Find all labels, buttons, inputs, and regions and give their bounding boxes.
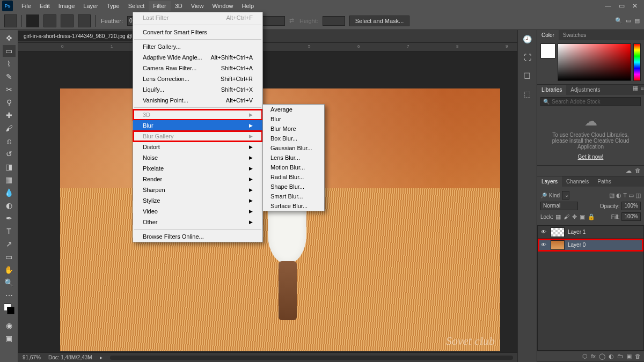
fg-color-swatch[interactable] xyxy=(540,43,555,58)
dodge-tool[interactable]: ◐ xyxy=(3,200,16,211)
menu-edit[interactable]: Edit xyxy=(35,1,54,11)
group-icon[interactable]: 🗀 xyxy=(617,353,623,360)
document-tab[interactable]: girl-in-a-short-dress-1744349_960_720.jp… xyxy=(18,31,138,41)
filter-menu-liquify-[interactable]: Liquify...Shift+Ctrl+X xyxy=(133,84,262,95)
get-it-now-link[interactable]: Get it now! xyxy=(578,154,604,160)
menu-image[interactable]: Image xyxy=(54,1,79,11)
crop-tool[interactable]: ✂ xyxy=(3,84,16,95)
filter-menu-distort[interactable]: Distort▶ xyxy=(133,142,262,152)
menu-view[interactable]: View xyxy=(187,1,208,11)
menu-type[interactable]: Type xyxy=(103,1,124,11)
menu-layer[interactable]: Layer xyxy=(79,1,103,11)
filter-adjust-icon[interactable]: ◐ xyxy=(616,192,621,199)
filter-menu-convert-for-smart-filters[interactable]: Convert for Smart Filters xyxy=(133,27,262,38)
filter-menu-noise[interactable]: Noise▶ xyxy=(133,152,262,163)
filter-menu-video[interactable]: Video▶ xyxy=(133,206,262,217)
marquee-add-icon[interactable] xyxy=(43,14,56,27)
share-icon[interactable]: ▭ xyxy=(626,17,631,24)
lock-all-icon[interactable]: 🔒 xyxy=(588,213,595,220)
stock-search[interactable]: 🔍 Search Adobe Stock xyxy=(540,97,641,106)
hue-slider[interactable] xyxy=(633,43,641,81)
tab-color[interactable]: Color xyxy=(537,30,559,40)
tab-swatches[interactable]: Swatches xyxy=(559,30,590,40)
filter-menu-other[interactable]: Other▶ xyxy=(133,217,262,227)
blur-submenu-surface-blur-[interactable]: Surface Blur... xyxy=(263,201,324,211)
adjustment-icon[interactable]: ◐ xyxy=(609,353,614,360)
layer-thumbnail[interactable] xyxy=(551,227,565,237)
path-tool[interactable]: ↗ xyxy=(3,238,16,250)
link-layers-icon[interactable]: ⬡ xyxy=(582,353,588,360)
properties-panel-icon[interactable]: ⛶ xyxy=(522,51,533,63)
filter-menu-camera-raw-filter-[interactable]: Camera Raw Filter...Shift+Ctrl+A xyxy=(133,63,262,73)
maximize-icon[interactable]: ▭ xyxy=(619,2,625,10)
filter-menu-pixelate[interactable]: Pixelate▶ xyxy=(133,163,262,174)
filter-menu-adaptive-wide-angle-[interactable]: Adaptive Wide Angle...Alt+Shift+Ctrl+A xyxy=(133,52,262,63)
tab-channels[interactable]: Channels xyxy=(562,176,593,187)
tool-preset-icon[interactable] xyxy=(4,14,17,27)
blend-mode-select[interactable]: Normal xyxy=(540,202,578,210)
menu-file[interactable]: File xyxy=(17,1,35,11)
scrollbar-horizontal[interactable] xyxy=(110,356,513,360)
menu-help[interactable]: Help xyxy=(238,1,259,11)
move-tool[interactable]: ✥ xyxy=(3,32,16,44)
marquee-sub-icon[interactable] xyxy=(61,14,74,27)
visibility-icon[interactable]: 👁 xyxy=(540,242,547,248)
character-panel-icon[interactable]: ❏ xyxy=(522,70,533,82)
type-tool[interactable]: T xyxy=(3,225,16,237)
visibility-icon[interactable]: 👁 xyxy=(540,229,547,235)
cloud-status-icon[interactable]: ☁ xyxy=(626,167,632,174)
filter-menu-render[interactable]: Render▶ xyxy=(133,174,262,184)
filter-menu-lens-correction-[interactable]: Lens Correction...Shift+Ctrl+R xyxy=(133,73,262,84)
paragraph-panel-icon[interactable]: ⬚ xyxy=(522,88,533,100)
minimize-icon[interactable]: — xyxy=(605,2,611,10)
hand-tool[interactable]: ✋ xyxy=(3,264,16,276)
fgbg-swatch[interactable] xyxy=(3,302,16,319)
color-field[interactable] xyxy=(558,43,631,81)
lock-pos-icon[interactable]: ✥ xyxy=(572,213,577,220)
filter-shape-icon[interactable]: ▭ xyxy=(628,192,634,199)
blur-submenu-gaussian-blur-[interactable]: Gaussian Blur... xyxy=(263,143,324,153)
lasso-tool[interactable]: ⌇ xyxy=(3,58,16,70)
search-icon[interactable]: 🔍 xyxy=(615,17,623,24)
fx-icon[interactable]: fx xyxy=(591,353,596,360)
filter-menu-stylize[interactable]: Stylize▶ xyxy=(133,195,262,206)
stamp-tool[interactable]: ⎌ xyxy=(3,135,16,147)
blur-submenu-smart-blur-[interactable]: Smart Blur... xyxy=(263,191,324,201)
filter-pixel-icon[interactable]: ▧ xyxy=(609,192,614,199)
filter-type-icon[interactable]: T xyxy=(623,192,627,199)
trash-icon[interactable]: 🗑 xyxy=(635,167,641,174)
edit-toolbar[interactable]: ⋯ xyxy=(3,290,16,301)
tab-adjustments[interactable]: Adjustments xyxy=(566,85,604,95)
blur-tool[interactable]: 💧 xyxy=(3,187,16,198)
menu-select[interactable]: Select xyxy=(124,1,149,11)
lock-trans-icon[interactable]: ▦ xyxy=(555,213,561,220)
gradient-tool[interactable]: ▦ xyxy=(3,174,16,186)
layer-row[interactable]: 👁Layer 0 xyxy=(538,239,643,252)
blur-submenu-radial-blur-[interactable]: Radial Blur... xyxy=(263,172,324,182)
menu-filter[interactable]: Filter xyxy=(149,1,170,11)
blur-submenu-average[interactable]: Average xyxy=(263,105,324,114)
healing-tool[interactable]: ✚ xyxy=(3,109,16,121)
tab-layers[interactable]: Layers xyxy=(537,176,562,187)
screenmode-tool[interactable]: ▣ xyxy=(3,333,16,344)
close-icon[interactable]: ✕ xyxy=(632,2,638,10)
blur-submenu-lens-blur-[interactable]: Lens Blur... xyxy=(263,153,324,162)
history-brush-tool[interactable]: ↺ xyxy=(3,148,16,160)
layer-thumbnail[interactable] xyxy=(551,240,565,250)
filter-menu-browse-filters-online-[interactable]: Browse Filters Online... xyxy=(133,231,262,242)
filter-smart-icon[interactable]: ◫ xyxy=(635,192,641,199)
zoom-level[interactable]: 91,67% xyxy=(23,354,41,360)
delete-layer-icon[interactable]: 🗑 xyxy=(635,353,641,360)
marquee-int-icon[interactable] xyxy=(78,14,91,27)
eraser-tool[interactable]: ◨ xyxy=(3,161,16,173)
marquee-tool[interactable]: ▭ xyxy=(3,45,16,57)
filter-menu-sharpen[interactable]: Sharpen▶ xyxy=(133,184,262,195)
kind-select[interactable]: ⌄ xyxy=(562,191,569,200)
select-and-mask-button[interactable]: Select and Mask... xyxy=(349,16,410,26)
history-panel-icon[interactable]: 🕘 xyxy=(522,33,533,45)
quickmask-tool[interactable]: ◉ xyxy=(3,320,16,331)
zoom-tool[interactable]: 🔍 xyxy=(3,277,16,289)
opacity-input[interactable]: 100% xyxy=(621,202,641,210)
blur-submenu-shape-blur-[interactable]: Shape Blur... xyxy=(263,182,324,191)
lock-paint-icon[interactable]: 🖌 xyxy=(564,213,569,220)
